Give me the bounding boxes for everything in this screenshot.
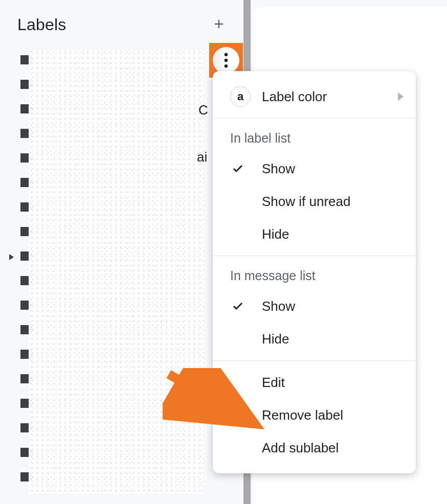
labels-sidebar: Labels: [0, 0, 240, 504]
labels-title: Labels: [17, 15, 66, 34]
label-row[interactable]: [5, 392, 240, 417]
menu-item-label: Show if unread: [262, 194, 406, 210]
menu-item-edit[interactable]: Edit: [213, 366, 416, 399]
label-tag-icon: [19, 103, 35, 117]
label-tag-icon: [19, 324, 35, 337]
menu-item-label: Label color: [262, 89, 406, 105]
menu-item-label: Remove label: [262, 407, 406, 423]
menu-item-hide[interactable]: Hide: [213, 218, 416, 250]
label-row[interactable]: [5, 343, 240, 368]
menu-item-label: Hide: [262, 331, 406, 347]
label-more-options-button[interactable]: [213, 47, 239, 74]
menu-item-label-color[interactable]: a Label color: [213, 80, 416, 113]
labels-section-header: Labels: [0, 0, 240, 49]
plus-icon: [212, 17, 226, 31]
menu-divider: [213, 256, 416, 256]
label-row[interactable]: [5, 122, 240, 147]
check-icon: [230, 300, 245, 312]
svg-point-2: [225, 64, 228, 68]
label-tag-icon: [19, 275, 35, 288]
menu-item-label: Show: [262, 161, 406, 177]
menu-item-show[interactable]: Show: [213, 152, 416, 185]
label-row[interactable]: [5, 49, 240, 73]
menu-item-label: Hide: [262, 226, 406, 242]
expand-caret-icon[interactable]: [9, 254, 14, 260]
menu-section-title: In message list: [230, 268, 406, 283]
truncated-text: ai: [197, 149, 207, 165]
label-row[interactable]: [5, 245, 240, 269]
label-tag-icon: [19, 128, 35, 141]
label-tag-icon: [19, 300, 35, 313]
menu-item-show-if-unread[interactable]: Show if unread: [213, 185, 416, 218]
label-row[interactable]: [5, 318, 240, 343]
menu-item-add-sublabel[interactable]: Add sublabel: [213, 431, 416, 464]
label-row[interactable]: [5, 73, 240, 98]
label-tag-icon: [19, 54, 35, 67]
menu-item-remove-label[interactable]: Remove label: [213, 399, 416, 431]
menu-item-show[interactable]: Show: [213, 290, 416, 323]
menu-item-hide[interactable]: Hide: [213, 323, 416, 355]
add-label-button[interactable]: [212, 17, 226, 33]
label-row[interactable]: [5, 368, 240, 392]
label-context-menu: a Label color In label list ShowShow if …: [213, 71, 416, 473]
label-tag-icon: [19, 422, 35, 436]
label-tag-icon: [19, 250, 35, 264]
menu-item-label: Add sublabel: [262, 440, 406, 456]
menu-divider: [213, 118, 416, 119]
truncated-text: C: [198, 102, 208, 118]
svg-point-1: [225, 59, 228, 62]
label-row[interactable]: [5, 171, 240, 196]
label-row[interactable]: [5, 294, 240, 318]
label-tag-icon: [19, 201, 35, 215]
label-tag-icon: [19, 152, 35, 166]
label-tag-icon: [19, 373, 35, 386]
svg-point-0: [225, 53, 228, 57]
menu-item-label: Edit: [262, 375, 406, 391]
label-row[interactable]: [5, 417, 240, 441]
label-color-swatch-icon: a: [230, 86, 251, 107]
label-tag-icon: [19, 226, 35, 239]
label-tag-icon: [19, 177, 35, 190]
label-tag-icon: [19, 447, 35, 460]
label-tag-icon: [19, 349, 35, 362]
menu-item-label: Show: [262, 299, 406, 314]
submenu-arrow-icon: [398, 93, 404, 101]
label-tag-icon: [19, 471, 35, 485]
menu-divider: [213, 360, 416, 361]
label-row[interactable]: [5, 466, 240, 490]
more-vertical-icon: [224, 53, 228, 68]
label-row[interactable]: [5, 269, 240, 294]
label-row[interactable]: [5, 441, 240, 466]
menu-section-title: In label list: [230, 131, 406, 146]
label-tag-icon: [19, 398, 35, 411]
label-row[interactable]: [5, 220, 240, 245]
check-icon: [230, 163, 245, 175]
menu-section-header-label-list: In label list: [213, 124, 416, 152]
menu-section-header-message-list: In message list: [213, 261, 416, 290]
label-row[interactable]: [5, 196, 240, 220]
label-tag-icon: [19, 79, 35, 92]
